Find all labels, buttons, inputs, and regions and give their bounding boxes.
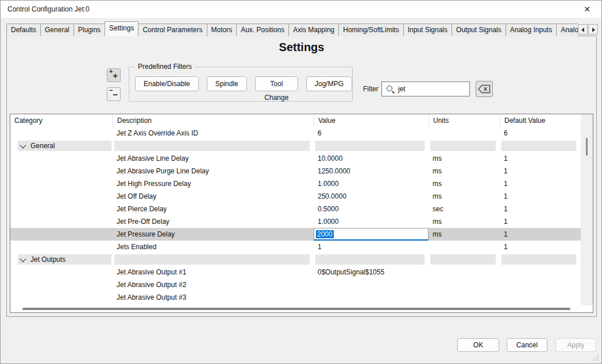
cell-description: Jet Abrasive Output #3 — [113, 291, 314, 304]
cell-category-bar — [500, 140, 580, 152]
tab-scroll-left-button[interactable] — [578, 24, 588, 34]
cell-value[interactable]: 2000 — [314, 228, 429, 241]
tab-scroll-right-button[interactable] — [588, 24, 598, 34]
tab-plugins[interactable]: Plugins — [74, 24, 105, 36]
resize-grip-icon[interactable] — [593, 355, 599, 361]
cell-units: sec — [429, 203, 500, 215]
cell-description: Jet Abrasive Line Delay — [113, 152, 314, 165]
filter-search-input[interactable]: jet — [381, 82, 470, 96]
cell-value[interactable]: 10.0000 — [314, 152, 429, 165]
cancel-button[interactable]: Cancel — [507, 338, 547, 352]
cell-category — [10, 203, 113, 215]
param-row-jet-abrasive-output-2[interactable]: Jet Abrasive Output #2 — [10, 278, 581, 291]
cell-category — [10, 127, 113, 140]
cell-value[interactable]: 0.5000 — [314, 203, 429, 215]
column-header-category[interactable]: Category — [10, 114, 113, 127]
cell-value[interactable] — [314, 291, 429, 304]
tab-settings[interactable]: Settings — [105, 21, 138, 36]
tab-motors[interactable]: Motors — [207, 24, 237, 36]
param-row-jet-abrasive-output-1[interactable]: Jet Abrasive Output #10$OutputSignal$105… — [10, 266, 581, 278]
tab-analog-inputs[interactable]: Analog Inputs — [505, 24, 557, 36]
cell-default-value — [500, 291, 580, 304]
value-editor[interactable]: 2000 — [314, 228, 429, 241]
cell-units: ms — [429, 165, 500, 177]
filter-jog-mpg-button[interactable]: Jog/MPG — [306, 76, 352, 91]
cell-category — [10, 266, 113, 278]
apply-button[interactable]: Apply — [555, 338, 596, 352]
cell-value[interactable]: 1 — [314, 241, 429, 253]
cell-default-value: 1 — [500, 177, 580, 190]
cell-category — [10, 152, 113, 165]
tab-output-signals[interactable]: Output Signals — [452, 24, 506, 36]
param-row-jet-abrasive-output-3[interactable]: Jet Abrasive Output #3 — [10, 291, 581, 304]
param-row-jet-abrasive-line-delay[interactable]: Jet Abrasive Line Delay10.0000ms1 — [10, 152, 581, 165]
horizontal-scrollbar-thumb[interactable] — [22, 308, 570, 310]
cell-default-value: 1 — [500, 215, 580, 228]
column-header-description[interactable]: Description — [113, 114, 314, 127]
title-bar: Control Configuration Jet:0 ✕ — [1, 1, 601, 18]
cell-value[interactable]: 0$OutputSignal$1055 — [314, 266, 429, 278]
filter-spindle-button[interactable]: Spindle — [207, 76, 247, 91]
cell-units — [429, 291, 500, 304]
tab-aux-positions[interactable]: Aux. Positions — [236, 24, 289, 36]
cell-description: Jet Z Axis Override Axis ID — [113, 127, 314, 140]
backspace-icon — [478, 84, 491, 94]
cell-value[interactable]: 1.0000 — [314, 177, 429, 190]
filter-button-row: Enable/Disable Spindle Tool Change Jog/M… — [135, 76, 352, 91]
tab-homing-softlimits[interactable]: Homing/SoftLimits — [338, 24, 403, 36]
param-row-jet-off-delay[interactable]: Jet Off Delay250.0000ms1 — [10, 190, 581, 203]
tab-defaults[interactable]: Defaults — [6, 24, 41, 36]
column-header-units[interactable]: Units — [429, 114, 500, 127]
cell-value[interactable]: 1.0000 — [314, 215, 429, 228]
chevron-down-icon[interactable] — [20, 255, 26, 262]
param-row-jet-abrasive-purge-line-delay[interactable]: Jet Abrasive Purge Line Delay1250.0000ms… — [10, 165, 581, 177]
cell-units — [429, 266, 500, 278]
filter-tool-change-button[interactable]: Tool Change — [255, 76, 298, 91]
cell-value[interactable]: 1250.0000 — [314, 165, 429, 177]
cell-description: Jets Enabled — [113, 241, 314, 253]
horizontal-scrollbar[interactable] — [10, 305, 581, 312]
param-row-jet-high-pressure-delay[interactable]: Jet High Pressure Delay1.0000ms1 — [10, 177, 581, 190]
ok-button[interactable]: OK — [457, 338, 499, 352]
cell-default-value: 1 — [500, 152, 580, 165]
param-row-jet-z-axis-override-axis-id[interactable]: Jet Z Axis Override Axis ID66 — [10, 127, 581, 140]
expand-all-button[interactable]: + + — [107, 68, 121, 82]
param-row-jet-pressure-delay[interactable]: Jet Pressure Delay2000ms1 — [10, 228, 581, 241]
chevron-down-icon[interactable] — [20, 142, 26, 148]
tab-input-signals[interactable]: Input Signals — [403, 24, 452, 36]
cell-default-value — [500, 266, 580, 278]
cell-category — [10, 215, 113, 228]
cell-category-bar — [429, 140, 500, 152]
vertical-scrollbar-thumb[interactable] — [586, 138, 588, 156]
cell-category-bar — [113, 140, 314, 152]
cell-description: Jet Pierce Delay — [113, 203, 314, 215]
tab-axis-mapping[interactable]: Axis Mapping — [288, 24, 339, 36]
minus-icon: − — [113, 90, 118, 99]
window-title: Control Configuration Jet:0 — [7, 1, 90, 18]
collapse-all-button[interactable]: − − — [107, 87, 121, 101]
selected-text: 2000 — [316, 230, 334, 238]
cell-category-bar — [500, 253, 580, 266]
vertical-scrollbar[interactable] — [581, 114, 593, 305]
column-header-default-value[interactable]: Default Value — [500, 114, 580, 127]
param-row-jets-enabled[interactable]: Jets Enabled11 — [10, 241, 581, 253]
control-configuration-dialog: Control Configuration Jet:0 ✕ DefaultsGe… — [0, 0, 602, 364]
param-row-jet-pre-off-delay[interactable]: Jet Pre-Off Delay1.0000ms1 — [10, 215, 581, 228]
cell-value[interactable] — [314, 278, 429, 291]
cell-category: Jet Outputs — [10, 253, 113, 266]
filter-enable-disable-button[interactable]: Enable/Disable — [135, 76, 199, 91]
category-row-general[interactable]: General — [10, 140, 581, 152]
cell-value[interactable]: 250.0000 — [314, 190, 429, 203]
column-header-value[interactable]: Value — [314, 114, 429, 127]
clear-filter-button[interactable] — [476, 81, 493, 97]
triangle-left-icon — [581, 28, 584, 32]
tab-control-parameters[interactable]: Control Parameters — [138, 24, 207, 36]
tab-general[interactable]: General — [40, 24, 74, 36]
cell-value[interactable]: 6 — [314, 127, 429, 140]
param-row-jet-pierce-delay[interactable]: Jet Pierce Delay0.5000sec1 — [10, 203, 581, 215]
category-row-jet-outputs[interactable]: Jet Outputs — [10, 253, 581, 266]
close-icon[interactable]: ✕ — [578, 2, 596, 16]
cell-units: ms — [429, 152, 500, 165]
search-icon — [386, 85, 395, 94]
tab-analog-outputs[interactable]: Analog Outputs — [556, 24, 578, 36]
